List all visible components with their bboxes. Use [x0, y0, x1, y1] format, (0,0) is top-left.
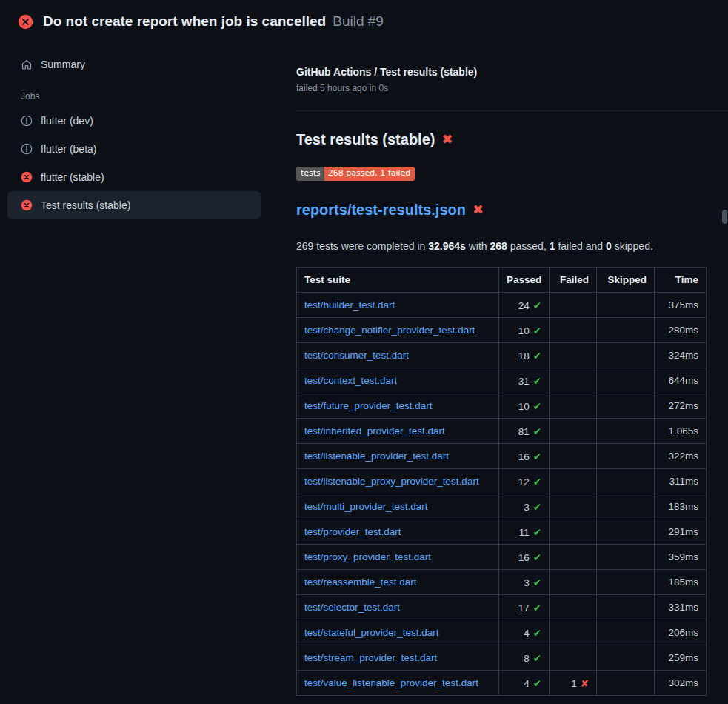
- passed-count: 31: [518, 376, 530, 387]
- failed-cell: [550, 318, 597, 343]
- test-suite-link[interactable]: test/provider_test.dart: [304, 526, 401, 537]
- badge-row: tests 268 passed, 1 failed: [296, 165, 728, 181]
- summary-part3: passed,: [507, 240, 550, 252]
- passed-cell: 18✔: [499, 343, 550, 368]
- test-suite-link[interactable]: test/reassemble_test.dart: [304, 577, 417, 588]
- time-cell: 272ms: [655, 393, 707, 419]
- test-suite-row: test/listenable_proxy_provider_test.dart…: [297, 469, 707, 494]
- failed-x-icon: ✖: [441, 133, 453, 146]
- test-suite-link[interactable]: test/selector_test.dart: [304, 602, 400, 613]
- check-icon: ✔: [533, 551, 541, 563]
- passed-count: 24: [518, 300, 530, 311]
- passed-cell: 3✔: [499, 570, 550, 595]
- build-number: Build #9: [333, 13, 384, 30]
- skipped-cell: [597, 545, 655, 570]
- passed-cell: 4✔: [499, 671, 550, 696]
- passed-count: 12: [518, 476, 530, 488]
- summary-part1: 269 tests were completed in: [296, 240, 428, 252]
- report-heading: reports/test-results.json ✖: [296, 200, 728, 219]
- skipped-cell: [597, 469, 655, 494]
- failed-count: 1: [571, 678, 577, 689]
- test-suite-row: test/stream_provider_test.dart8✔259ms: [297, 645, 707, 671]
- warning-status-icon: [21, 115, 33, 127]
- sidebar-job-flutter-dev[interactable]: flutter (dev): [7, 107, 261, 135]
- time-cell: 291ms: [655, 519, 707, 545]
- test-suite-link[interactable]: test/context_test.dart: [304, 375, 397, 386]
- passed-cell: 17✔: [499, 595, 550, 620]
- warning-status-icon: [21, 143, 33, 155]
- test-suite-link[interactable]: test/future_provider_test.dart: [304, 400, 433, 411]
- badge-value: 268 passed, 1 failed: [324, 167, 415, 181]
- time-cell: 644ms: [655, 368, 707, 393]
- skipped-cell: [597, 671, 655, 696]
- time-cell: 359ms: [655, 545, 707, 570]
- job-label: flutter (stable): [41, 171, 104, 183]
- test-suite-row: test/builder_test.dart24✔375ms: [297, 293, 707, 318]
- check-icon: ✔: [533, 602, 541, 614]
- sidebar-job-flutter-beta[interactable]: flutter (beta): [7, 135, 261, 163]
- passed-cell: 81✔: [499, 419, 550, 444]
- sidebar-summary-label: Summary: [41, 59, 85, 70]
- test-suite-link[interactable]: test/stateful_provider_test.dart: [304, 627, 439, 638]
- suite-cell: test/listenable_proxy_provider_test.dart: [297, 469, 499, 494]
- test-suite-link[interactable]: test/value_listenable_provider_test.dart: [304, 677, 478, 688]
- check-icon: ✔: [533, 501, 541, 513]
- test-suite-row: test/future_provider_test.dart10✔272ms: [297, 393, 707, 419]
- passed-count: 16: [518, 451, 530, 462]
- passed-count: 10: [518, 401, 530, 412]
- test-suite-link[interactable]: test/consumer_test.dart: [304, 350, 409, 361]
- test-suite-row: test/selector_test.dart17✔331ms: [297, 595, 707, 620]
- breadcrumb: GitHub Actions / Test results (stable): [296, 65, 728, 79]
- build-failed-icon: [18, 14, 33, 30]
- check-icon: ✔: [533, 526, 541, 538]
- home-icon: [21, 59, 33, 70]
- check-icon: ✔: [533, 627, 541, 639]
- suite-cell: test/provider_test.dart: [297, 519, 499, 545]
- scrollbar-thumb[interactable]: [722, 210, 727, 224]
- test-suite-link[interactable]: test/inherited_provider_test.dart: [304, 425, 445, 436]
- failed-cell: [550, 620, 597, 645]
- test-suite-link[interactable]: test/multi_provider_test.dart: [304, 501, 428, 512]
- table-header-row: Test suitePassedFailedSkippedTime: [297, 268, 707, 293]
- passed-count: 4: [524, 678, 530, 689]
- test-suite-row: test/inherited_provider_test.dart81✔1.06…: [297, 419, 707, 444]
- sidebar-item-summary[interactable]: Summary: [7, 50, 261, 79]
- skipped-cell: [597, 444, 655, 469]
- suite-cell: test/future_provider_test.dart: [297, 393, 499, 419]
- test-suite-link[interactable]: test/proxy_provider_test.dart: [304, 551, 431, 562]
- skipped-cell: [597, 419, 655, 444]
- check-icon: ✔: [533, 350, 541, 362]
- test-results-table: Test suitePassedFailedSkippedTime test/b…: [296, 267, 707, 696]
- test-suite-link[interactable]: test/stream_provider_test.dart: [304, 652, 437, 663]
- suite-cell: test/stateful_provider_test.dart: [297, 620, 499, 645]
- passed-cell: 8✔: [499, 645, 550, 671]
- test-suite-link[interactable]: test/builder_test.dart: [304, 299, 395, 311]
- column-header-skipped: Skipped: [597, 268, 655, 293]
- suite-cell: test/proxy_provider_test.dart: [297, 545, 499, 570]
- test-suite-link[interactable]: test/change_notifier_provider_test.dart: [304, 325, 475, 336]
- test-suite-row: test/stateful_provider_test.dart4✔206ms: [297, 620, 707, 645]
- test-suite-row: test/change_notifier_provider_test.dart1…: [297, 318, 707, 343]
- failed-cell: [550, 469, 597, 494]
- summary-duration: 32.964s: [428, 240, 466, 252]
- suite-cell: test/builder_test.dart: [297, 293, 499, 318]
- suite-cell: test/change_notifier_provider_test.dart: [297, 318, 499, 343]
- test-suite-row: test/reassemble_test.dart3✔185ms: [297, 570, 707, 595]
- passed-cell: 11✔: [499, 519, 550, 545]
- suite-cell: test/value_listenable_provider_test.dart: [297, 671, 499, 696]
- sidebar-job-flutter-stable[interactable]: flutter (stable): [7, 163, 261, 191]
- skipped-cell: [597, 343, 655, 368]
- failed-cell: [550, 343, 597, 368]
- report-file-link[interactable]: reports/test-results.json: [296, 200, 466, 219]
- skipped-cell: [597, 595, 655, 620]
- sidebar-job-test-results-stable[interactable]: Test results (stable): [7, 191, 261, 219]
- check-icon: ✔: [533, 425, 541, 437]
- passed-count: 81: [518, 426, 530, 437]
- skipped-cell: [597, 645, 655, 671]
- passed-cell: 16✔: [499, 545, 550, 570]
- suite-cell: test/multi_provider_test.dart: [297, 494, 499, 519]
- summary-line: 269 tests were completed in 32.964s with…: [296, 239, 728, 253]
- test-suite-link[interactable]: test/listenable_proxy_provider_test.dart: [304, 476, 479, 487]
- passed-cell: 16✔: [499, 444, 550, 469]
- test-suite-link[interactable]: test/listenable_provider_test.dart: [304, 451, 449, 462]
